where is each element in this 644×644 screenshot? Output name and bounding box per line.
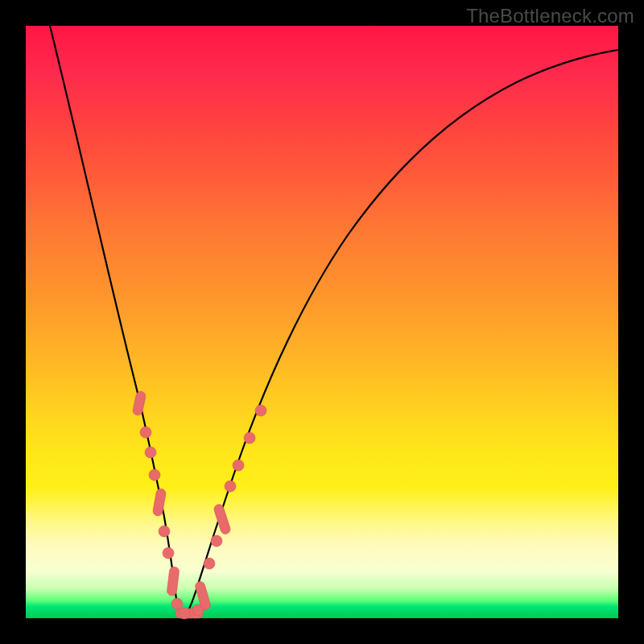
svg-rect-0 [132, 390, 147, 416]
svg-point-1 [140, 427, 151, 438]
canvas-frame: TheBottleneck.com [0, 0, 644, 644]
svg-point-16 [225, 481, 236, 492]
svg-point-18 [244, 432, 255, 444]
svg-point-8 [171, 598, 183, 609]
curve-layer [26, 26, 618, 618]
svg-point-5 [159, 526, 170, 537]
svg-point-19 [255, 405, 266, 416]
svg-point-14 [211, 535, 222, 547]
plot-area [26, 26, 618, 618]
svg-point-2 [145, 447, 156, 458]
svg-point-10 [179, 608, 190, 619]
svg-point-6 [163, 547, 174, 559]
watermark-text: TheBottleneck.com [466, 5, 634, 27]
svg-point-3 [149, 469, 160, 481]
svg-point-17 [233, 460, 244, 471]
svg-rect-4 [152, 488, 167, 517]
svg-point-13 [204, 558, 215, 569]
marker-group [132, 390, 266, 619]
svg-rect-7 [167, 566, 180, 596]
bottleneck-curve [50, 26, 618, 617]
